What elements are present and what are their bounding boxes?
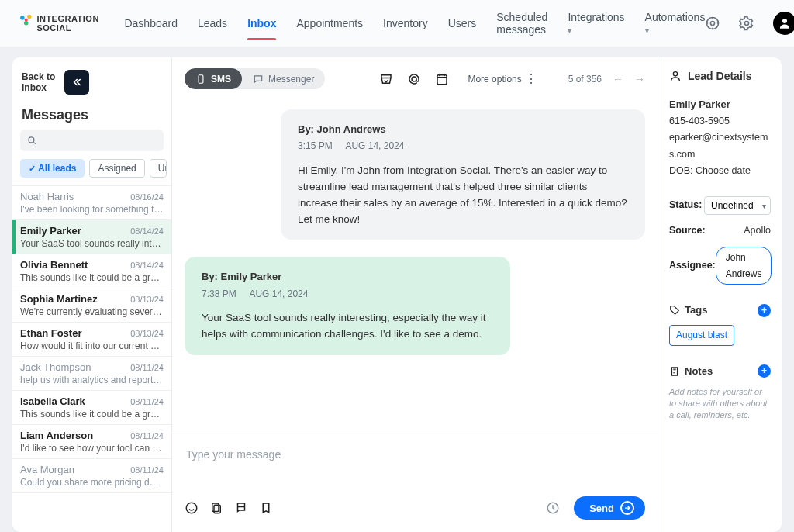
filter-all-leads[interactable]: All leads [20, 159, 85, 178]
conversation-panel: SMS Messenger More options ⋮ 5 of 356 ← [172, 57, 658, 532]
help-icon[interactable] [705, 16, 720, 31]
svg-point-3 [25, 19, 28, 22]
lead-phone: 615-403-5905 [669, 113, 771, 130]
attachment-icon[interactable] [209, 501, 223, 515]
message-date: AUG 14, 2024 [249, 288, 308, 299]
nav-inbox[interactable]: Inbox [247, 17, 276, 29]
assignee-value[interactable]: John Andrews [716, 247, 772, 285]
channel-sms[interactable]: SMS [185, 68, 242, 89]
back-button[interactable] [64, 70, 89, 95]
lead-item-date: 08/13/24 [130, 329, 164, 338]
lead-item-date: 08/16/24 [130, 192, 164, 202]
lead-item[interactable]: Ethan Foster08/13/24How would it fit int… [12, 323, 171, 357]
filter-assigned[interactable]: Assigned [89, 159, 144, 178]
svg-point-12 [186, 503, 197, 513]
lead-item-preview: Could you share more pricing deta… [20, 477, 164, 488]
lead-item-name: Ava Morgan [20, 464, 74, 475]
lead-dob[interactable]: DOB: Choose date [669, 163, 771, 179]
lead-email: eparker@cinextsystems.com [669, 130, 771, 163]
message-inbound: By: John Andrews 3:15 PM AUG 14, 2024 Hi… [281, 109, 645, 240]
avatar[interactable] [773, 12, 794, 35]
channel-messenger[interactable]: Messenger [242, 68, 325, 89]
lead-item-date: 08/14/24 [130, 261, 164, 270]
gear-icon[interactable] [739, 16, 754, 31]
lead-contact-block: Emily Parker 615-403-5905 eparker@cinext… [669, 96, 771, 179]
tags-header: Tags [669, 302, 707, 319]
nav-automations[interactable]: Automations [645, 11, 706, 36]
svg-point-6 [745, 22, 749, 26]
nav-leads[interactable]: Leads [198, 17, 227, 29]
calendar-icon[interactable] [435, 72, 449, 86]
lead-item[interactable]: Jack Thompson08/11/24help us with analyt… [12, 357, 171, 391]
svg-point-16 [673, 72, 677, 76]
composer-left-icons [185, 501, 273, 515]
notes-hint: Add notes for yourself or to share with … [669, 386, 771, 422]
more-options-label: More options [468, 74, 521, 85]
send-button-label: Send [589, 503, 614, 514]
svg-point-5 [711, 22, 715, 26]
nav-right [705, 12, 794, 35]
lead-item[interactable]: Emily Parker08/14/24Your SaaS tool sound… [12, 220, 171, 254]
lead-list[interactable]: Noah Harris08/16/24I've been looking for… [12, 185, 171, 532]
back-to-inbox[interactable]: Back toInbox [12, 57, 171, 104]
filter-row: All leads Assigned Unassigned [12, 159, 171, 185]
lead-item-name: Olivia Bennett [20, 259, 88, 271]
more-options[interactable]: More options ⋮ [468, 73, 537, 85]
brand-logo-mark [19, 12, 33, 34]
nav-appointments[interactable]: Appointments [296, 17, 363, 29]
mention-icon[interactable] [407, 72, 421, 86]
brand-logo-text: INTEGRATION SOCIAL [36, 14, 105, 33]
message-outbound: By: Emily Parker 7:38 PM AUG 14, 2024 Yo… [185, 257, 510, 355]
pager-prev[interactable]: ← [613, 73, 623, 85]
nav-inventory[interactable]: Inventory [383, 17, 428, 29]
svg-point-2 [24, 21, 29, 26]
filter-unassigned[interactable]: Unassigned [150, 159, 167, 178]
lead-item[interactable]: Ava Morgan08/11/24Could you share more p… [12, 459, 171, 493]
emoji-icon[interactable] [185, 501, 198, 515]
status-select[interactable]: Undefined [704, 196, 771, 215]
main-shell: Back toInbox Messages All leads Assigned… [12, 57, 782, 532]
lead-item-preview: help us with analytics and reporti… [20, 375, 164, 385]
nav-scheduled-messages[interactable]: Scheduled messages [496, 11, 547, 36]
svg-point-4 [707, 18, 719, 29]
archive-icon[interactable] [379, 72, 393, 86]
bookmark-icon[interactable] [259, 501, 273, 515]
messenger-icon [253, 74, 264, 85]
svg-rect-11 [437, 74, 447, 84]
nav-dashboard[interactable]: Dashboard [124, 17, 178, 29]
pager-next[interactable]: → [634, 73, 645, 85]
schedule-icon[interactable] [546, 501, 560, 515]
message-input[interactable]: Type your message [185, 445, 645, 482]
lead-item-date: 08/11/24 [130, 465, 164, 475]
lead-name: Emily Parker [669, 96, 771, 113]
lead-item-name: Jack Thompson [20, 361, 91, 373]
nav-users[interactable]: Users [448, 17, 477, 29]
lead-item[interactable]: Sophia Martinez08/13/24We're currently e… [12, 288, 171, 323]
lead-item-date: 08/13/24 [130, 295, 164, 304]
add-tag-button[interactable]: + [758, 304, 771, 317]
lead-item[interactable]: Olivia Bennett08/14/24This sounds like i… [12, 254, 171, 288]
lead-item-name: Emily Parker [20, 225, 81, 237]
lead-item[interactable]: Isabella Clark08/11/24This sounds like i… [12, 391, 171, 425]
lead-item[interactable]: Liam Anderson08/11/24I'd like to see how… [12, 425, 171, 459]
messages-title: Messages [12, 104, 171, 130]
lead-item[interactable]: Noah Harris08/16/24I've been looking for… [12, 186, 171, 220]
lead-item-preview: I'd like to see how your tool can he… [20, 443, 164, 454]
add-note-button[interactable]: + [758, 364, 771, 378]
pager: 5 of 356 ← → [568, 73, 645, 85]
lead-item-preview: We're currently evaluating several… [20, 306, 164, 317]
lead-item-date: 08/11/24 [130, 363, 164, 372]
search-input[interactable] [20, 130, 164, 151]
brand-logo[interactable]: INTEGRATION SOCIAL [19, 12, 105, 34]
lead-item-name: Isabella Clark [20, 396, 85, 407]
send-button[interactable]: Send [574, 496, 645, 520]
template-icon[interactable] [234, 501, 248, 515]
phone-icon [195, 74, 206, 85]
nav-integrations[interactable]: Integrations [568, 11, 624, 36]
message-author: By: Emily Parker [202, 269, 493, 285]
message-time: 3:15 PM [298, 140, 333, 151]
tag-pill[interactable]: August blast [669, 325, 734, 345]
message-meta: 3:15 PM AUG 14, 2024 [298, 139, 628, 154]
message-meta: 7:38 PM AUG 14, 2024 [202, 287, 493, 302]
assignee-label: Assignee: [669, 257, 716, 274]
